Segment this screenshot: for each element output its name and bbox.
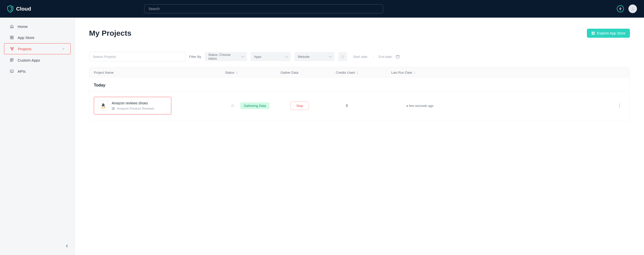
sidebar: Home App Store Projects Custom Apps APIs — [0, 18, 75, 255]
col-last-run[interactable]: Last Run Date▲▼ — [391, 71, 441, 74]
project-subtitle: Amazon Product Reviews — [112, 107, 154, 110]
sidebar-item-home[interactable]: Home — [4, 21, 71, 32]
favorite-filter-button[interactable] — [338, 52, 347, 61]
sidebar-item-label: Projects — [18, 47, 31, 51]
apps-icon — [10, 58, 14, 62]
svg-point-0 — [632, 7, 633, 9]
group-today: Today — [89, 78, 630, 91]
website-dropdown[interactable]: Website — [294, 52, 335, 61]
svg-rect-21 — [113, 109, 114, 110]
grid-icon — [112, 107, 115, 110]
bolt-icon[interactable] — [617, 5, 624, 12]
svg-rect-10 — [10, 60, 12, 62]
favorite-toggle[interactable] — [225, 104, 240, 108]
sidebar-item-label: Home — [18, 24, 28, 29]
status-dropdown[interactable]: Status: Choose status — [205, 52, 247, 61]
svg-point-7 — [12, 49, 13, 50]
svg-rect-8 — [10, 59, 12, 60]
sort-icon: ▲▼ — [356, 71, 358, 74]
arrow-right-icon: → — [371, 55, 375, 59]
brand-text: Cloud — [16, 6, 31, 12]
filter-bar: Filter By Status: Choose status Apps Web… — [89, 52, 630, 61]
page-title: My Projects — [89, 29, 131, 37]
svg-text:a: a — [102, 102, 105, 107]
row-menu-button[interactable]: ⋮ — [617, 103, 630, 108]
col-gather: Gather Data — [280, 71, 336, 74]
svg-rect-3 — [10, 38, 12, 39]
sidebar-item-label: Custom Apps — [18, 58, 40, 62]
svg-rect-15 — [593, 33, 595, 35]
svg-rect-4 — [12, 38, 13, 39]
svg-rect-12 — [592, 32, 593, 33]
star-icon — [341, 55, 345, 59]
credits-used: 0 — [346, 104, 406, 108]
calendar-icon — [396, 55, 400, 59]
apps-dropdown[interactable]: Apps — [251, 52, 291, 61]
sidebar-item-label: App Store — [18, 35, 34, 40]
svg-rect-20 — [112, 109, 113, 110]
explore-label: Explore App Store — [597, 31, 625, 35]
sidebar-item-projects[interactable]: Projects — [4, 43, 71, 54]
col-status[interactable]: Status▲▼ — [225, 71, 280, 74]
project-name: Amazon reviews shoes — [112, 101, 154, 105]
chevron-down-icon — [62, 47, 65, 51]
svg-point-5 — [11, 47, 12, 48]
sidebar-item-custom-apps[interactable]: Custom Apps — [4, 55, 71, 65]
global-search — [144, 4, 383, 13]
svg-rect-9 — [12, 59, 13, 60]
last-run-date: a few seconds ago — [406, 104, 467, 108]
svg-rect-14 — [592, 33, 593, 35]
app-header: Cloud — [0, 0, 644, 18]
svg-rect-18 — [112, 107, 113, 108]
table-header: Project Name Status▲▼ Gather Data Credit… — [89, 67, 630, 78]
col-credits[interactable]: Credits Used▲▼ — [336, 71, 391, 74]
shield-icon — [7, 5, 14, 13]
header-actions — [617, 5, 637, 13]
end-date: End date — [379, 55, 392, 59]
svg-rect-2 — [12, 36, 13, 37]
explore-app-store-button[interactable]: Explore App Store — [587, 29, 630, 38]
sidebar-item-label: APIs — [18, 69, 26, 73]
start-date: Start date — [353, 55, 367, 59]
brand-logo[interactable]: Cloud — [7, 5, 31, 13]
sidebar-item-app-store[interactable]: App Store — [4, 32, 71, 43]
svg-rect-19 — [113, 107, 114, 108]
grid-icon — [10, 35, 14, 40]
table-row: a Amazon reviews shoes Amazon Product Re… — [89, 91, 630, 120]
svg-rect-13 — [593, 32, 595, 33]
sidebar-item-apis[interactable]: APIs — [4, 66, 71, 76]
svg-rect-16 — [396, 55, 399, 58]
svg-rect-1 — [10, 36, 12, 37]
sort-icon: ▲▼ — [414, 71, 416, 74]
main-content: My Projects Explore App Store Filter By … — [75, 18, 644, 255]
status-badge: Gathering Data — [240, 102, 269, 109]
search-projects-input[interactable] — [89, 52, 186, 61]
projects-table: Project Name Status▲▼ Gather Data Credit… — [89, 67, 630, 120]
branch-icon — [10, 47, 14, 51]
svg-point-6 — [13, 47, 14, 48]
amazon-logo-icon: a — [98, 101, 108, 111]
home-icon — [10, 24, 14, 29]
project-card[interactable]: a Amazon reviews shoes Amazon Product Re… — [94, 97, 171, 114]
col-project-name[interactable]: Project Name — [89, 71, 225, 74]
grid-icon — [591, 31, 595, 35]
avatar[interactable] — [628, 5, 637, 13]
stop-button[interactable]: Stop — [291, 102, 309, 110]
filter-by-label: Filter By — [189, 55, 201, 59]
collapse-sidebar-button[interactable] — [65, 244, 69, 249]
terminal-icon — [10, 69, 14, 73]
star-icon — [231, 104, 235, 108]
date-range-picker[interactable]: Start date → End date — [351, 52, 402, 61]
search-input[interactable] — [144, 4, 383, 13]
sort-icon: ▲▼ — [236, 71, 238, 74]
